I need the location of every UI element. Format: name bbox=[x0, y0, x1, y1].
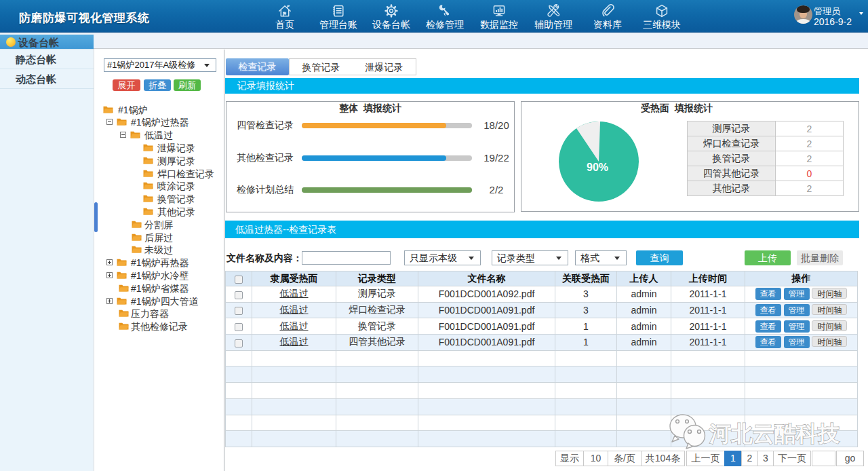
svg-text:90%: 90% bbox=[587, 162, 608, 173]
svg-text:河北云酷科技: 河北云酷科技 bbox=[709, 421, 840, 446]
